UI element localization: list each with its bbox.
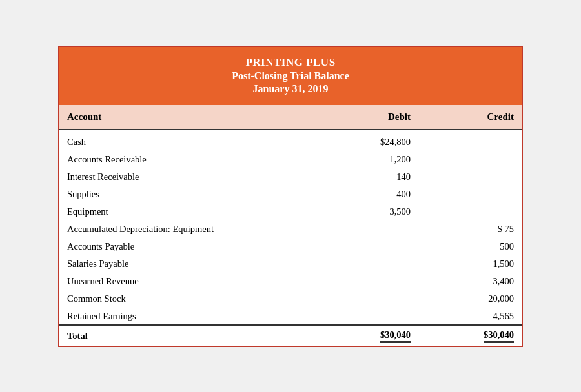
credit-cell (418, 130, 522, 151)
credit-cell: 4,565 (418, 308, 522, 325)
table-row: Accounts Receivable1,200 (59, 151, 522, 168)
credit-cell: 1,500 (418, 255, 522, 273)
trial-balance-container: PRINTING PLUS Post-Closing Trial Balance… (58, 46, 523, 347)
account-header: Account (59, 105, 315, 130)
company-name: PRINTING PLUS (66, 56, 515, 69)
table-row: Equipment3,500 (59, 203, 522, 220)
column-headers: Account Debit Credit (59, 105, 522, 130)
table-header: PRINTING PLUS Post-Closing Trial Balance… (59, 47, 522, 105)
debit-cell: $24,800 (315, 130, 418, 151)
credit-cell (418, 186, 522, 203)
account-cell: Accounts Payable (59, 238, 315, 255)
account-cell: Interest Receivable (59, 168, 315, 186)
report-date: January 31, 2019 (66, 83, 515, 95)
account-cell: Equipment (59, 203, 315, 220)
debit-header: Debit (315, 105, 418, 130)
credit-cell: $ 75 (418, 220, 522, 238)
credit-header: Credit (418, 105, 522, 130)
table-row: Cash$24,800 (59, 130, 522, 151)
table-row: Accumulated Depreciation: Equipment$ 75 (59, 220, 522, 238)
total-credit: $30,040 (418, 325, 522, 346)
trial-balance-table: Account Debit Credit Cash$24,800Accounts… (59, 105, 522, 346)
debit-cell (315, 273, 418, 290)
table-row: Salaries Payable1,500 (59, 255, 522, 273)
table-row: Retained Earnings4,565 (59, 308, 522, 325)
credit-cell: 20,000 (418, 290, 522, 308)
table-row: Unearned Revenue3,400 (59, 273, 522, 290)
account-cell: Retained Earnings (59, 308, 315, 325)
report-title: Post-Closing Trial Balance (66, 70, 515, 82)
debit-cell (315, 308, 418, 325)
account-cell: Supplies (59, 186, 315, 203)
credit-cell (418, 168, 522, 186)
account-cell: Unearned Revenue (59, 273, 315, 290)
credit-cell: 500 (418, 238, 522, 255)
debit-cell (315, 255, 418, 273)
total-debit: $30,040 (315, 325, 418, 346)
total-label: Total (59, 325, 315, 346)
debit-cell (315, 238, 418, 255)
debit-cell (315, 220, 418, 238)
account-cell: Accounts Receivable (59, 151, 315, 168)
total-row: Total$30,040$30,040 (59, 325, 522, 346)
table-row: Interest Receivable140 (59, 168, 522, 186)
table-row: Common Stock20,000 (59, 290, 522, 308)
debit-cell: 3,500 (315, 203, 418, 220)
debit-cell: 1,200 (315, 151, 418, 168)
account-cell: Accumulated Depreciation: Equipment (59, 220, 315, 238)
account-cell: Cash (59, 130, 315, 151)
account-cell: Common Stock (59, 290, 315, 308)
account-cell: Salaries Payable (59, 255, 315, 273)
credit-cell: 3,400 (418, 273, 522, 290)
debit-cell (315, 290, 418, 308)
table-row: Supplies400 (59, 186, 522, 203)
credit-cell (418, 203, 522, 220)
credit-cell (418, 151, 522, 168)
table-row: Accounts Payable500 (59, 238, 522, 255)
debit-cell: 400 (315, 186, 418, 203)
debit-cell: 140 (315, 168, 418, 186)
